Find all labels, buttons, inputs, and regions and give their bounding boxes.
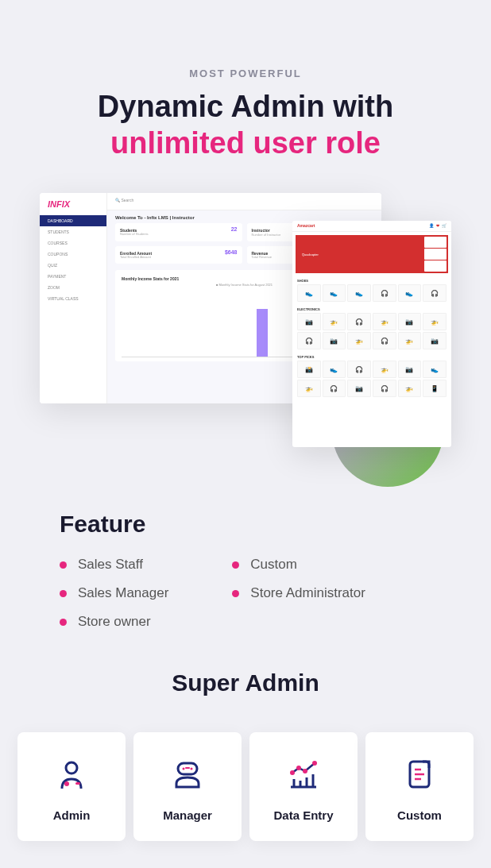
nav-students: STUDENTS bbox=[40, 226, 106, 237]
svg-point-13 bbox=[296, 766, 301, 770]
role-label: Manager bbox=[141, 808, 234, 822]
svg-rect-6 bbox=[185, 767, 190, 769]
bullet-icon bbox=[232, 561, 239, 569]
title-line-1: Dynamic Admin with bbox=[0, 89, 491, 125]
role-card-manager: Manager bbox=[133, 732, 242, 841]
screenshots-area: INFIX DASHBOARD STUDENTS COURSES COUPONS… bbox=[40, 193, 491, 495]
nav-zoom: ZOOM bbox=[40, 282, 106, 293]
product: 👟 bbox=[347, 284, 371, 302]
dash-sidebar: INFIX DASHBOARD STUDENTS COURSES COUPONS… bbox=[40, 193, 107, 403]
svg-rect-2 bbox=[75, 782, 80, 785]
store-brand: Amazcart bbox=[297, 223, 315, 229]
nav-dashboard: DASHBOARD bbox=[40, 215, 106, 226]
product: 🚁 bbox=[373, 313, 396, 330]
product: 📷 bbox=[423, 332, 447, 349]
card-sub: Total Enrolled Amount bbox=[120, 255, 238, 259]
bullet-icon bbox=[60, 590, 67, 597]
feature-text: Custom bbox=[250, 557, 297, 573]
product: 🚁 bbox=[323, 313, 346, 330]
product: 📸 bbox=[297, 361, 321, 378]
manager-icon bbox=[169, 756, 206, 793]
svg-point-14 bbox=[303, 769, 307, 773]
card-sub: Number of Students bbox=[120, 232, 238, 236]
product: 👟 bbox=[423, 361, 447, 378]
role-card-data-entry: Data Entry bbox=[249, 732, 358, 841]
feature-text: Store owner bbox=[78, 614, 151, 630]
product: 🎧 bbox=[373, 284, 396, 302]
feature-item: Custom bbox=[232, 557, 365, 573]
svg-point-4 bbox=[183, 768, 185, 770]
role-card-custom: Custom bbox=[365, 732, 474, 841]
product: 📷 bbox=[398, 313, 422, 330]
store-header: Amazcart 👤❤🛒 bbox=[292, 221, 451, 232]
store-screenshot: Amazcart 👤❤🛒 Quadcopter SHOES 👟 👟 👟 🎧 bbox=[292, 221, 451, 447]
data-entry-icon bbox=[285, 756, 322, 793]
product: 🎧 bbox=[347, 313, 371, 330]
feature-title: Feature bbox=[60, 511, 431, 538]
feature-col-1: Sales Staff Sales Manager Store owner bbox=[60, 557, 168, 630]
hero-text: Quadcopter bbox=[302, 253, 319, 257]
svg-point-5 bbox=[191, 768, 193, 770]
store-icons: 👤❤🛒 bbox=[429, 223, 447, 229]
product: 👟 bbox=[398, 284, 422, 302]
feature-columns: Sales Staff Sales Manager Store owner Cu… bbox=[60, 557, 431, 630]
svg-point-15 bbox=[312, 761, 317, 766]
svg-point-1 bbox=[64, 781, 69, 786]
nav-quiz: QUIZ bbox=[40, 260, 106, 271]
product-grid: 👟 👟 👟 🎧 👟 🎧 bbox=[292, 284, 451, 305]
product: 👟 bbox=[323, 361, 346, 378]
card-value: 22 bbox=[120, 226, 238, 232]
product: 📷 bbox=[297, 313, 321, 330]
card-enrolled: Enrolled Amount $648 Total Enrolled Amou… bbox=[115, 246, 242, 264]
product: 🚁 bbox=[398, 380, 422, 397]
feature-section: Feature Sales Staff Sales Manager Store … bbox=[0, 511, 491, 630]
product: 🎧 bbox=[423, 284, 447, 302]
admin-icon bbox=[53, 756, 90, 793]
thumb bbox=[424, 249, 447, 260]
role-label: Admin bbox=[25, 808, 118, 822]
feature-col-2: Custom Store Administrator bbox=[232, 557, 365, 630]
thumb bbox=[424, 260, 447, 272]
feature-item: Store owner bbox=[60, 614, 168, 630]
product: 🎧 bbox=[373, 332, 396, 349]
product: 👟 bbox=[323, 284, 346, 302]
dash-topbar: 🔍 Search bbox=[107, 193, 381, 210]
role-label: Custom bbox=[373, 808, 466, 822]
product: 🚁 bbox=[423, 313, 447, 330]
feature-item: Sales Manager bbox=[60, 585, 168, 601]
role-cards: Admin Manager bbox=[0, 732, 491, 841]
product: 🎧 bbox=[297, 332, 321, 349]
title-line-2: unlimited user role bbox=[0, 125, 491, 162]
nav-coupons: COUPONS bbox=[40, 249, 106, 260]
nav-payment: PAYMENT bbox=[40, 271, 106, 282]
role-card-admin: Admin bbox=[17, 732, 126, 841]
product: 🚁 bbox=[347, 332, 371, 349]
svg-point-0 bbox=[66, 762, 77, 773]
feature-item: Sales Staff bbox=[60, 557, 168, 573]
bullet-icon bbox=[232, 590, 239, 597]
search-label: Search bbox=[121, 198, 133, 203]
chart-bar bbox=[257, 309, 268, 357]
super-admin-title: Super Admin bbox=[0, 669, 491, 696]
section-title: ELECTRONICS bbox=[292, 305, 451, 313]
product: 🎧 bbox=[323, 380, 346, 397]
dash-logo: INFIX bbox=[40, 193, 106, 215]
product-grid: 📷 🚁 🎧 🚁 📷 🚁 🎧 📷 🚁 🎧 🚁 📷 bbox=[292, 313, 451, 353]
eyebrow-text: MOST POWERFUL bbox=[0, 68, 491, 79]
feature-item: Store Administrator bbox=[232, 585, 365, 601]
product: 👟 bbox=[297, 284, 321, 302]
product: 📷 bbox=[347, 380, 371, 397]
store-hero: Quadcopter bbox=[296, 235, 448, 273]
feature-text: Sales Manager bbox=[78, 585, 168, 601]
feature-text: Sales Staff bbox=[78, 557, 143, 573]
product: 📱 bbox=[423, 380, 447, 397]
product: 🎧 bbox=[373, 380, 396, 397]
product: 🚁 bbox=[398, 332, 422, 349]
header-section: MOST POWERFUL Dynamic Admin with unlimit… bbox=[0, 68, 491, 161]
product: 📷 bbox=[323, 332, 346, 349]
product: 🚁 bbox=[373, 361, 396, 378]
nav-virtual: VIRTUAL CLASS bbox=[40, 293, 106, 304]
legend-text: Monthly Income Stats for August 2021 bbox=[218, 283, 273, 287]
nav-courses: COURSES bbox=[40, 237, 106, 249]
bullet-icon bbox=[60, 561, 67, 569]
